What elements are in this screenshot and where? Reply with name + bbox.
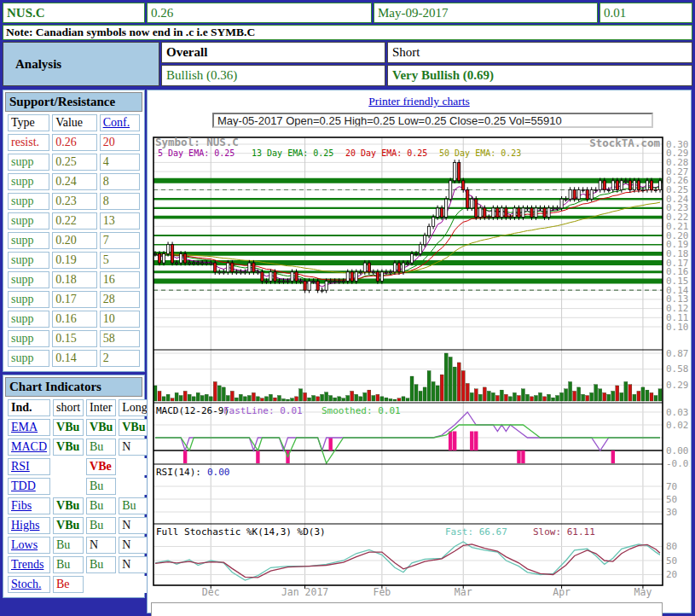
indicator-link[interactable]: Fibs — [11, 499, 32, 512]
indicator-row: TrendsBuBuN — [8, 556, 151, 573]
sr-row: supp0.195 — [8, 252, 140, 269]
indicator-row: LowsBuNN — [8, 537, 151, 554]
chart-text: Full Stochastic %K(14,3) %D(3) — [156, 526, 326, 538]
indicator-link[interactable]: MACD — [11, 440, 47, 453]
sr-value: 0.20 — [52, 232, 96, 249]
chart-text: -0.01 — [666, 458, 690, 469]
indicator-link[interactable]: Trends — [11, 558, 43, 571]
col-header-short: short — [53, 399, 84, 416]
sr-conf: 16 — [100, 271, 140, 288]
indicator-link[interactable]: Highs — [11, 519, 39, 532]
sr-conf: 13 — [100, 212, 140, 230]
chart-text: 0.00 — [666, 445, 689, 456]
indicator-signal: VBu — [86, 419, 116, 436]
chart-text: 13 Day EMA: 0.25 — [252, 148, 333, 158]
quote-readout-input[interactable] — [212, 113, 653, 128]
support-resistance-table: TypeValueConf.resist.0.2620supp0.254supp… — [5, 112, 142, 369]
indicator-row: HighsVBuBuN — [8, 517, 151, 534]
indicator-signal — [86, 576, 116, 593]
indicator-link[interactable]: Stoch. — [11, 578, 41, 590]
sr-conf: 8 — [100, 193, 140, 210]
chart-text: Symbol: NUS.C — [155, 136, 239, 148]
chart-text: 50 — [666, 494, 677, 505]
chart-text: StockTA.com — [589, 137, 660, 149]
indicator-name: Highs — [8, 517, 50, 534]
stock-chart: Symbol: NUS.CStockTA.com5 Day EMA: 0.251… — [151, 132, 690, 598]
chart-text: 0.87 M — [666, 348, 690, 359]
indicator-signal: VBe — [86, 458, 116, 475]
table-header-row: TypeValueConf. — [8, 114, 140, 131]
price-cell: 0.26 — [147, 3, 372, 23]
col-header-type: Type — [8, 114, 49, 131]
sr-value: 0.25 — [52, 154, 96, 171]
indicator-link[interactable]: Lows — [11, 538, 38, 551]
printer-friendly-link[interactable]: Printer friendly charts — [148, 95, 691, 108]
indicator-link[interactable]: TDD — [11, 479, 36, 492]
indicator-signal: VBu — [53, 517, 84, 534]
chart-panel: Printer friendly charts Symbol: NUS.CSto… — [147, 90, 692, 613]
sr-row: supp0.207 — [8, 232, 140, 249]
chart-indicators-table: Ind.shortInterLongEMAVBuVBuVBuMACDVBuBuN… — [5, 397, 153, 596]
sr-row: supp0.254 — [8, 154, 140, 171]
indicator-link[interactable]: EMA — [11, 421, 38, 433]
chart-text: Fast: 66.67 — [445, 526, 507, 538]
chart-text: Dec — [202, 586, 220, 598]
chart-text: 70 — [666, 481, 677, 492]
indicator-name: Stoch. — [8, 576, 50, 593]
chart-text: RSI(14): — [156, 467, 201, 478]
indicator-signal: Bu — [86, 556, 116, 573]
indicator-row: RSIVBe — [8, 458, 151, 475]
indicator-signal: VBu — [53, 439, 84, 456]
sr-type: supp — [8, 330, 49, 347]
chart-text: 5 Day EMA: 0.25 — [158, 148, 235, 158]
sr-conf: 4 — [100, 154, 140, 171]
sr-type: supp — [8, 252, 49, 269]
conf-link[interactable]: Conf. — [103, 116, 130, 129]
cutoff-box — [151, 602, 663, 616]
indicator-name: RSI — [8, 458, 50, 475]
chart-text: 20 Day EMA: 0.25 — [345, 148, 427, 158]
indicator-name: Lows — [8, 537, 50, 554]
sr-type: supp — [8, 154, 49, 171]
sr-value: 0.15 — [52, 330, 96, 347]
symbol-cell: NUS.C — [3, 3, 145, 23]
chart-text: MACD(12-26-9) — [156, 405, 229, 416]
sr-conf: 10 — [100, 311, 140, 328]
indicator-row: FibsVBuBuBu — [8, 497, 151, 514]
sr-type: supp — [8, 212, 49, 230]
chart-text: 0.03 — [666, 407, 689, 418]
sr-value: 0.23 — [52, 193, 96, 210]
sr-row: supp0.248 — [8, 173, 140, 190]
indicator-name: MACD — [8, 439, 50, 456]
sr-conf: 58 — [100, 330, 140, 347]
sidebar: Support/Resistance TypeValueConf.resist.… — [3, 90, 145, 601]
analysis-overall-header: Overall — [161, 42, 385, 63]
analysis-overall-value: Bullish (0.36) — [161, 65, 385, 86]
sr-type: supp — [8, 311, 49, 328]
indicator-name: Trends — [8, 556, 50, 573]
chart-text: Mar — [455, 586, 472, 598]
quote-bar: NUS.C 0.26 May-09-2017 0.01 — [3, 3, 692, 23]
indicator-link[interactable]: RSI — [11, 460, 30, 473]
sr-value: 0.26 — [52, 134, 96, 151]
indicator-signal: Bu — [53, 537, 84, 554]
indicator-name: Fibs — [8, 497, 50, 514]
support-resistance-panel: Support/Resistance TypeValueConf.resist.… — [3, 90, 145, 372]
chart-indicators-title: Chart Indicators — [5, 377, 142, 397]
indicator-signal: Be — [53, 576, 84, 593]
sr-type: supp — [8, 232, 49, 249]
indicator-signal — [53, 458, 84, 475]
sr-value: 0.14 — [52, 350, 96, 367]
indicator-row: MACDVBuBuN — [8, 439, 151, 456]
indicator-row: EMAVBuVBuVBu — [8, 419, 151, 436]
chart-text: 80 — [666, 541, 677, 552]
col-header-conf: Conf. — [100, 114, 140, 131]
indicator-signal: Bu — [86, 517, 116, 534]
sr-value: 0.24 — [52, 173, 96, 190]
analysis-grid: Overall Short Bullish (0.36) Very Bullis… — [161, 42, 692, 86]
indicator-signal: Bu — [86, 439, 116, 456]
chart-text: Jan 2017 — [281, 586, 328, 598]
sr-conf: 8 — [100, 173, 140, 190]
analysis-label: Analysis — [3, 42, 159, 86]
chart-text: 0.02 — [666, 420, 689, 431]
